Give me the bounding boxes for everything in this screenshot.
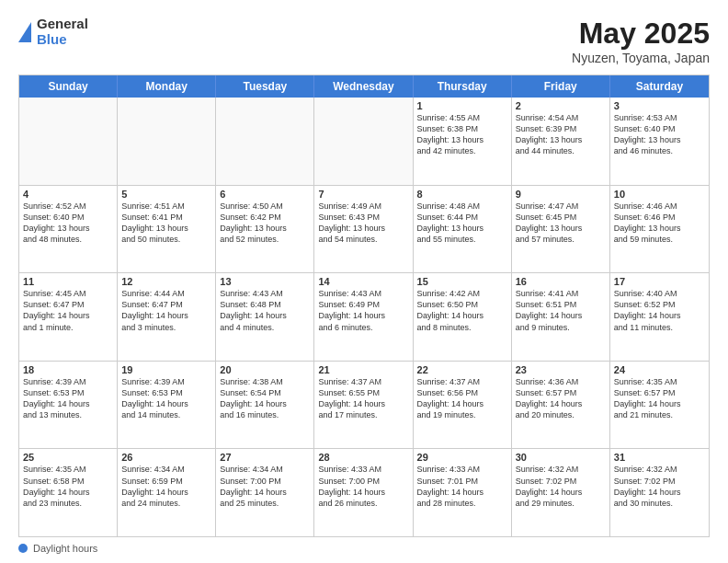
- cal-cell-17: 17Sunrise: 4:40 AM Sunset: 6:52 PM Dayli…: [610, 273, 709, 361]
- header-day-sunday: Sunday: [19, 75, 118, 98]
- cal-cell-3: 3Sunrise: 4:53 AM Sunset: 6:40 PM Daylig…: [610, 98, 709, 185]
- cell-text-28: Sunrise: 4:33 AM Sunset: 7:00 PM Dayligh…: [318, 464, 408, 509]
- cell-text-13: Sunrise: 4:43 AM Sunset: 6:48 PM Dayligh…: [220, 288, 310, 333]
- day-num-26: 26: [121, 452, 211, 463]
- cal-cell-19: 19Sunrise: 4:39 AM Sunset: 6:53 PM Dayli…: [118, 362, 216, 449]
- cal-cell-10: 10Sunrise: 4:46 AM Sunset: 6:46 PM Dayli…: [610, 186, 709, 273]
- cal-cell-empty: [118, 98, 216, 185]
- cell-text-4: Sunrise: 4:52 AM Sunset: 6:40 PM Dayligh…: [23, 201, 113, 246]
- footer: Daylight hours: [18, 543, 710, 554]
- cal-cell-30: 30Sunrise: 4:32 AM Sunset: 7:02 PM Dayli…: [512, 449, 610, 536]
- cal-cell-8: 8Sunrise: 4:48 AM Sunset: 6:44 PM Daylig…: [414, 186, 512, 273]
- cal-cell-9: 9Sunrise: 4:47 AM Sunset: 6:45 PM Daylig…: [512, 186, 610, 273]
- cell-text-2: Sunrise: 4:54 AM Sunset: 6:39 PM Dayligh…: [516, 112, 606, 157]
- cell-text-6: Sunrise: 4:50 AM Sunset: 6:42 PM Dayligh…: [220, 201, 310, 246]
- cell-text-16: Sunrise: 4:41 AM Sunset: 6:51 PM Dayligh…: [516, 288, 606, 333]
- logo-triangle-icon: [18, 22, 31, 42]
- cal-row-3: 18Sunrise: 4:39 AM Sunset: 6:53 PM Dayli…: [19, 362, 709, 450]
- calendar-header: SundayMondayTuesdayWednesdayThursdayFrid…: [19, 75, 709, 98]
- header-day-friday: Friday: [512, 75, 610, 98]
- cell-text-31: Sunrise: 4:32 AM Sunset: 7:02 PM Dayligh…: [614, 464, 705, 509]
- day-num-3: 3: [614, 100, 705, 111]
- day-num-24: 24: [614, 364, 705, 375]
- cell-text-20: Sunrise: 4:38 AM Sunset: 6:54 PM Dayligh…: [220, 376, 310, 421]
- cal-cell-6: 6Sunrise: 4:50 AM Sunset: 6:42 PM Daylig…: [216, 186, 314, 273]
- cell-text-29: Sunrise: 4:33 AM Sunset: 7:01 PM Dayligh…: [417, 464, 507, 509]
- cal-cell-1: 1Sunrise: 4:55 AM Sunset: 6:38 PM Daylig…: [414, 98, 512, 185]
- day-num-23: 23: [516, 364, 606, 375]
- cal-row-2: 11Sunrise: 4:45 AM Sunset: 6:47 PM Dayli…: [19, 273, 709, 362]
- cell-text-5: Sunrise: 4:51 AM Sunset: 6:41 PM Dayligh…: [121, 201, 211, 246]
- cal-cell-empty: [19, 98, 118, 185]
- cal-cell-18: 18Sunrise: 4:39 AM Sunset: 6:53 PM Dayli…: [19, 362, 118, 449]
- day-num-21: 21: [318, 364, 408, 375]
- cal-cell-29: 29Sunrise: 4:33 AM Sunset: 7:01 PM Dayli…: [414, 449, 512, 536]
- cal-cell-21: 21Sunrise: 4:37 AM Sunset: 6:55 PM Dayli…: [314, 362, 413, 449]
- day-num-11: 11: [23, 276, 113, 287]
- page: General Blue May 2025 Nyuzen, Toyama, Ja…: [0, 0, 728, 563]
- cal-cell-7: 7Sunrise: 4:49 AM Sunset: 6:43 PM Daylig…: [314, 186, 413, 273]
- cal-cell-13: 13Sunrise: 4:43 AM Sunset: 6:48 PM Dayli…: [216, 273, 314, 361]
- logo-text: General Blue: [37, 17, 88, 47]
- subtitle: Nyuzen, Toyama, Japan: [572, 51, 710, 65]
- cell-text-9: Sunrise: 4:47 AM Sunset: 6:45 PM Dayligh…: [516, 201, 606, 246]
- day-num-15: 15: [417, 276, 507, 287]
- logo-line1: General: [37, 17, 88, 32]
- cell-text-12: Sunrise: 4:44 AM Sunset: 6:47 PM Dayligh…: [121, 288, 211, 333]
- day-num-31: 31: [614, 452, 705, 463]
- cell-text-15: Sunrise: 4:42 AM Sunset: 6:50 PM Dayligh…: [417, 288, 507, 333]
- cell-text-18: Sunrise: 4:39 AM Sunset: 6:53 PM Dayligh…: [23, 376, 113, 421]
- cal-cell-25: 25Sunrise: 4:35 AM Sunset: 6:58 PM Dayli…: [19, 449, 118, 536]
- header-day-wednesday: Wednesday: [314, 75, 413, 98]
- day-num-7: 7: [318, 189, 408, 200]
- header-day-thursday: Thursday: [414, 75, 512, 98]
- cal-cell-5: 5Sunrise: 4:51 AM Sunset: 6:41 PM Daylig…: [118, 186, 216, 273]
- cal-cell-31: 31Sunrise: 4:32 AM Sunset: 7:02 PM Dayli…: [610, 449, 709, 536]
- day-num-28: 28: [318, 452, 408, 463]
- cell-text-23: Sunrise: 4:36 AM Sunset: 6:57 PM Dayligh…: [516, 376, 606, 421]
- day-num-20: 20: [220, 364, 310, 375]
- cell-text-27: Sunrise: 4:34 AM Sunset: 7:00 PM Dayligh…: [220, 464, 310, 509]
- day-num-17: 17: [614, 276, 705, 287]
- logo: General Blue: [18, 17, 88, 47]
- day-num-5: 5: [121, 189, 211, 200]
- day-num-22: 22: [417, 364, 507, 375]
- cell-text-21: Sunrise: 4:37 AM Sunset: 6:55 PM Dayligh…: [318, 376, 408, 421]
- cal-cell-14: 14Sunrise: 4:43 AM Sunset: 6:49 PM Dayli…: [314, 273, 413, 361]
- cell-text-7: Sunrise: 4:49 AM Sunset: 6:43 PM Dayligh…: [318, 201, 408, 246]
- cell-text-22: Sunrise: 4:37 AM Sunset: 6:56 PM Dayligh…: [417, 376, 507, 421]
- cell-text-30: Sunrise: 4:32 AM Sunset: 7:02 PM Dayligh…: [516, 464, 606, 509]
- cal-cell-27: 27Sunrise: 4:34 AM Sunset: 7:00 PM Dayli…: [216, 449, 314, 536]
- cell-text-24: Sunrise: 4:35 AM Sunset: 6:57 PM Dayligh…: [614, 376, 705, 421]
- day-num-30: 30: [516, 452, 606, 463]
- cal-cell-15: 15Sunrise: 4:42 AM Sunset: 6:50 PM Dayli…: [414, 273, 512, 361]
- cell-text-11: Sunrise: 4:45 AM Sunset: 6:47 PM Dayligh…: [23, 288, 113, 333]
- cal-cell-22: 22Sunrise: 4:37 AM Sunset: 6:56 PM Dayli…: [414, 362, 512, 449]
- cal-row-0: 1Sunrise: 4:55 AM Sunset: 6:38 PM Daylig…: [19, 98, 709, 186]
- day-num-2: 2: [516, 100, 606, 111]
- cal-cell-empty: [216, 98, 314, 185]
- cell-text-19: Sunrise: 4:39 AM Sunset: 6:53 PM Dayligh…: [121, 376, 211, 421]
- cal-cell-20: 20Sunrise: 4:38 AM Sunset: 6:54 PM Dayli…: [216, 362, 314, 449]
- day-num-13: 13: [220, 276, 310, 287]
- cal-cell-26: 26Sunrise: 4:34 AM Sunset: 6:59 PM Dayli…: [118, 449, 216, 536]
- header-day-monday: Monday: [118, 75, 216, 98]
- day-num-8: 8: [417, 189, 507, 200]
- cal-cell-11: 11Sunrise: 4:45 AM Sunset: 6:47 PM Dayli…: [19, 273, 118, 361]
- cell-text-17: Sunrise: 4:40 AM Sunset: 6:52 PM Dayligh…: [614, 288, 705, 333]
- cal-row-4: 25Sunrise: 4:35 AM Sunset: 6:58 PM Dayli…: [19, 449, 709, 536]
- day-num-10: 10: [614, 189, 705, 200]
- header-day-tuesday: Tuesday: [216, 75, 314, 98]
- day-num-27: 27: [220, 452, 310, 463]
- cell-text-10: Sunrise: 4:46 AM Sunset: 6:46 PM Dayligh…: [614, 201, 705, 246]
- cal-cell-4: 4Sunrise: 4:52 AM Sunset: 6:40 PM Daylig…: [19, 186, 118, 273]
- cal-cell-23: 23Sunrise: 4:36 AM Sunset: 6:57 PM Dayli…: [512, 362, 610, 449]
- cal-cell-empty: [314, 98, 413, 185]
- day-num-16: 16: [516, 276, 606, 287]
- cal-cell-2: 2Sunrise: 4:54 AM Sunset: 6:39 PM Daylig…: [512, 98, 610, 185]
- day-num-9: 9: [516, 189, 606, 200]
- day-num-12: 12: [121, 276, 211, 287]
- day-num-4: 4: [23, 189, 113, 200]
- cal-cell-28: 28Sunrise: 4:33 AM Sunset: 7:00 PM Dayli…: [314, 449, 413, 536]
- day-num-29: 29: [417, 452, 507, 463]
